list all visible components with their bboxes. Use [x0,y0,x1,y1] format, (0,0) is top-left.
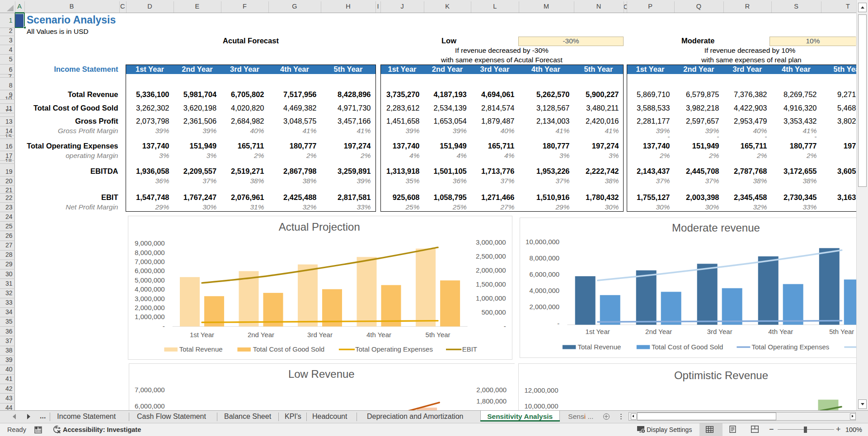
svg-text:1,000,000: 1,000,000 [476,294,506,302]
svg-text:1,500,000: 1,500,000 [476,280,506,288]
svg-text:2nd Year: 2nd Year [645,328,672,335]
svg-text:Total Operating Expenses: Total Operating Expenses [355,345,433,353]
svg-text:3rd Year: 3rd Year [707,328,732,335]
svg-text:Total Cost of Good Sold: Total Cost of Good Sold [253,345,324,353]
svg-text:4th Year: 4th Year [366,330,391,338]
svg-text:Total Revenue: Total Revenue [179,345,223,353]
svg-text:2,000,000: 2,000,000 [135,304,165,311]
svg-text:10,000,000: 10,000,000 [524,402,558,410]
svg-text:-: - [557,320,559,327]
svg-text:1st Year: 1st Year [190,330,214,338]
svg-text:4,000,000: 4,000,000 [135,285,165,293]
svg-text:6,000,000: 6,000,000 [135,267,165,274]
svg-text:Total Cost of Good Sold: Total Cost of Good Sold [652,343,723,351]
svg-text:2,000,000: 2,000,000 [529,303,559,311]
svg-text:-: - [504,322,506,329]
svg-text:4,000,000: 4,000,000 [529,287,559,294]
svg-text:7,000,000: 7,000,000 [134,386,164,394]
svg-text:1,800,000: 1,800,000 [476,397,507,405]
svg-text:5,000,000: 5,000,000 [135,276,165,283]
svg-text:Actual Projection: Actual Projection [279,220,360,232]
svg-text:2,000,000: 2,000,000 [476,386,507,394]
svg-text:5th Year: 5th Year [829,328,854,335]
svg-text:1,000,000: 1,000,000 [135,313,165,320]
svg-text:8,000,000: 8,000,000 [135,248,165,256]
svg-text:9,000,000: 9,000,000 [135,239,165,247]
svg-text:EBIT: EBIT [462,345,477,353]
svg-text:4th Year: 4th Year [768,328,793,335]
svg-text:Total Operating Expenses: Total Operating Expenses [751,343,829,351]
svg-text:6,000,000: 6,000,000 [529,270,559,278]
svg-text:2nd Year: 2nd Year [248,330,274,338]
svg-text:Low Revenue: Low Revenue [288,368,354,380]
svg-text:500,000: 500,000 [482,308,506,316]
svg-text:5th Year: 5th Year [426,330,450,338]
svg-text:8,000,000: 8,000,000 [529,254,559,262]
svg-text:12,000,000: 12,000,000 [524,386,558,394]
svg-text:2,500,000: 2,500,000 [476,252,506,260]
svg-text:Optimistic Revenue: Optimistic Revenue [674,369,768,381]
svg-text:3,000,000: 3,000,000 [135,294,165,302]
svg-text:Total Revenue: Total Revenue [577,343,621,351]
svg-text:Moderate revenue: Moderate revenue [672,222,760,234]
svg-text:10,000,000: 10,000,000 [525,238,559,246]
svg-text:3rd Year: 3rd Year [307,330,333,338]
svg-text:6,000,000: 6,000,000 [134,402,164,409]
svg-text:1st Year: 1st Year [585,328,610,335]
svg-text:-: - [163,322,165,329]
svg-text:3,000,000: 3,000,000 [476,238,506,246]
svg-text:2,000,000: 2,000,000 [476,266,506,274]
svg-text:7,000,000: 7,000,000 [135,258,165,265]
